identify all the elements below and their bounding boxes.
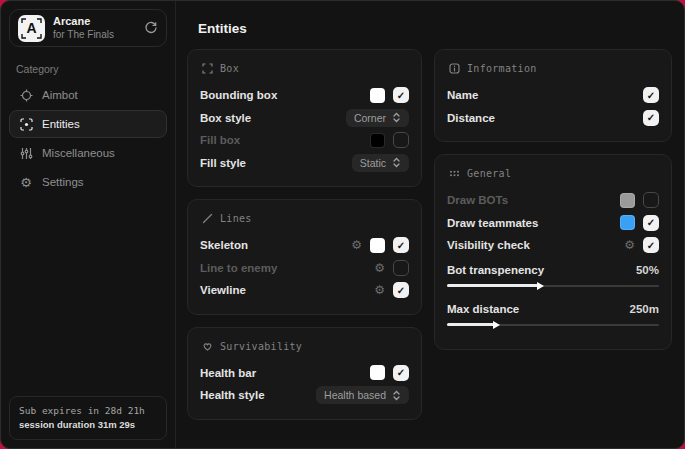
viewline-checkbox[interactable] bbox=[393, 282, 409, 298]
gear-icon[interactable]: ⚙ bbox=[351, 239, 362, 251]
setting-row-visibility-check: Visibility check ⚙ bbox=[447, 234, 659, 257]
panel-box: Box Bounding box Box style Corner bbox=[187, 49, 422, 187]
page-title: Entities bbox=[198, 21, 672, 36]
setting-row-health-bar: Health bar bbox=[200, 362, 409, 385]
sidebar-item-label: Entities bbox=[42, 118, 80, 130]
selector-icon bbox=[392, 112, 401, 123]
panel-title: Box bbox=[220, 63, 239, 74]
main-content: Entities Box Bounding box bbox=[176, 1, 684, 448]
max-distance-slider[interactable] bbox=[447, 320, 659, 330]
color-swatch[interactable] bbox=[370, 88, 385, 103]
fill-style-dropdown[interactable]: Static bbox=[352, 154, 409, 172]
arcane-logo: A bbox=[18, 15, 45, 42]
setting-row-distance: Distance bbox=[447, 107, 659, 130]
diagonal-line-icon bbox=[202, 213, 213, 224]
panel-survivability: Survivability Health bar Health style He… bbox=[187, 327, 422, 420]
panel-title: Lines bbox=[220, 213, 252, 224]
setting-row-draw-teammates: Draw teammates bbox=[447, 212, 659, 235]
sidebar: A Arcane for The Finals Category bbox=[1, 1, 176, 448]
slider-value: 50% bbox=[636, 264, 659, 276]
panel-title: Information bbox=[467, 63, 537, 74]
health-bar-checkbox[interactable] bbox=[393, 365, 409, 381]
sidebar-item-entities[interactable]: Entities bbox=[9, 110, 167, 138]
app-window: A Arcane for The Finals Category bbox=[0, 0, 685, 449]
logo-corner-brackets-icon bbox=[21, 18, 42, 39]
selector-icon bbox=[392, 157, 401, 168]
gear-icon[interactable]: ⚙ bbox=[624, 239, 635, 251]
max-distance-setting: Max distance 250m bbox=[447, 298, 659, 330]
setting-row-fill-style: Fill style Static bbox=[200, 152, 409, 175]
setting-row-line-to-enemy: Line to enemy ⚙ bbox=[200, 257, 409, 280]
sliders-icon bbox=[19, 147, 33, 160]
gear-icon[interactable]: ⚙ bbox=[374, 262, 385, 274]
slider-thumb[interactable] bbox=[493, 321, 500, 329]
bounding-box-checkbox[interactable] bbox=[393, 87, 409, 103]
crosshair-icon bbox=[19, 89, 33, 102]
sidebar-item-label: Settings bbox=[42, 176, 84, 188]
heart-icon bbox=[202, 341, 213, 352]
sidebar-item-settings[interactable]: ⚙ Settings bbox=[9, 168, 167, 196]
sidebar-item-aimbot[interactable]: Aimbot bbox=[9, 81, 167, 109]
bounding-box-icon bbox=[202, 63, 213, 74]
slider-thumb[interactable] bbox=[537, 282, 544, 290]
logo-card: A Arcane for The Finals bbox=[9, 9, 167, 47]
health-style-dropdown[interactable]: Health based bbox=[316, 386, 409, 404]
bot-transparency-setting: Bot transpenency 50% bbox=[447, 259, 659, 291]
selector-icon bbox=[392, 390, 401, 401]
setting-row-name: Name bbox=[447, 84, 659, 107]
panel-title: General bbox=[467, 168, 511, 179]
name-checkbox[interactable] bbox=[643, 87, 659, 103]
line-to-enemy-checkbox[interactable] bbox=[393, 260, 409, 276]
gear-icon: ⚙ bbox=[19, 176, 33, 189]
panel-title: Survivability bbox=[220, 341, 302, 352]
refresh-icon[interactable] bbox=[144, 21, 158, 35]
sidebar-nav: Aimbot Entities bbox=[9, 81, 167, 196]
category-label: Category bbox=[16, 63, 167, 75]
draw-bots-checkbox[interactable] bbox=[643, 192, 659, 208]
color-swatch[interactable] bbox=[370, 238, 385, 253]
sidebar-item-label: Miscellaneous bbox=[42, 147, 115, 159]
skeleton-checkbox[interactable] bbox=[393, 237, 409, 253]
setting-row-box-style: Box style Corner bbox=[200, 107, 409, 130]
box-style-dropdown[interactable]: Corner bbox=[346, 109, 409, 127]
setting-row-health-style: Health style Health based bbox=[200, 384, 409, 407]
slider-value: 250m bbox=[630, 303, 659, 315]
bot-transparency-slider[interactable] bbox=[447, 281, 659, 291]
setting-row-skeleton: Skeleton ⚙ bbox=[200, 234, 409, 257]
setting-row-bounding-box: Bounding box bbox=[200, 84, 409, 107]
draw-teammates-checkbox[interactable] bbox=[643, 215, 659, 231]
sidebar-item-miscellaneous[interactable]: Miscellaneous bbox=[9, 139, 167, 167]
panel-lines: Lines Skeleton ⚙ Line to enemy ⚙ bbox=[187, 199, 422, 315]
sidebar-item-label: Aimbot bbox=[42, 89, 78, 101]
color-swatch[interactable] bbox=[620, 193, 635, 208]
subscription-card: Sub expires in 28d 21h session duration … bbox=[9, 396, 167, 441]
app-subtitle: for The Finals bbox=[53, 29, 136, 42]
panel-information-header: Information bbox=[449, 63, 659, 74]
info-icon bbox=[449, 63, 460, 74]
gear-icon[interactable]: ⚙ bbox=[374, 284, 385, 296]
fill-box-checkbox[interactable] bbox=[393, 132, 409, 148]
session-duration-text: session duration 31m 29s bbox=[19, 418, 157, 432]
scan-icon bbox=[19, 118, 33, 131]
panel-lines-header: Lines bbox=[202, 213, 409, 224]
panel-general-header: General bbox=[449, 168, 659, 179]
panel-box-header: Box bbox=[202, 63, 409, 74]
panel-information: Information Name Distance bbox=[434, 49, 672, 142]
panel-survivability-header: Survivability bbox=[202, 341, 409, 352]
grid-dots-icon bbox=[449, 168, 460, 179]
color-swatch[interactable] bbox=[370, 365, 385, 380]
color-swatch[interactable] bbox=[620, 215, 635, 230]
setting-row-fill-box: Fill box bbox=[200, 129, 409, 152]
distance-checkbox[interactable] bbox=[643, 110, 659, 126]
visibility-check-checkbox[interactable] bbox=[643, 237, 659, 253]
sub-expires-text: Sub expires in 28d 21h bbox=[19, 404, 157, 418]
setting-row-draw-bots: Draw BOTs bbox=[447, 189, 659, 212]
logo-text: Arcane for The Finals bbox=[53, 15, 136, 41]
app-name: Arcane bbox=[53, 15, 136, 29]
setting-row-viewline: Viewline ⚙ bbox=[200, 279, 409, 302]
color-swatch[interactable] bbox=[370, 133, 385, 148]
panel-general: General Draw BOTs Draw teammates bbox=[434, 154, 672, 350]
